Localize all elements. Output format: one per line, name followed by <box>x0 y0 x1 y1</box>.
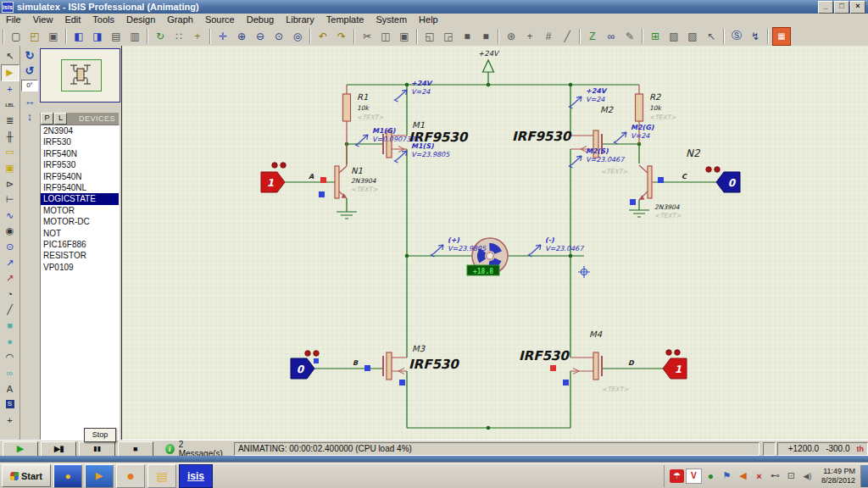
taskbar-clock[interactable]: 11:49 PM 8/28/2012 <box>821 467 855 485</box>
pick-devices-button[interactable]: P <box>41 113 53 125</box>
error-tray-icon[interactable] <box>752 469 766 483</box>
2d-symbol-icon[interactable] <box>2 396 19 413</box>
property-assignment-icon[interactable] <box>621 28 638 45</box>
selection-mode-icon[interactable] <box>2 48 19 64</box>
wire-label-icon[interactable] <box>2 97 19 114</box>
goto-sheet-icon[interactable] <box>703 28 720 45</box>
menu-edit[interactable]: Edit <box>58 14 86 26</box>
firefox-icon[interactable] <box>116 464 145 488</box>
subcircuit-icon[interactable] <box>2 145 19 161</box>
antivirus-tray-icon[interactable] <box>670 469 684 483</box>
virtual-instruments-icon[interactable] <box>2 286 19 302</box>
export-section-icon[interactable] <box>89 28 106 45</box>
terminals-mode-icon[interactable] <box>2 176 19 192</box>
component-mode-icon[interactable] <box>1 64 19 82</box>
file-explorer-icon[interactable] <box>147 464 176 488</box>
import-section-icon[interactable] <box>70 28 87 45</box>
rotate-clockwise-icon[interactable]: ↻ <box>22 47 38 63</box>
action-center-tray-icon[interactable] <box>720 469 734 483</box>
zoom-in-icon[interactable] <box>233 28 250 45</box>
menu-library[interactable]: Library <box>280 14 320 26</box>
maximize-button[interactable]: □ <box>834 1 849 14</box>
pick-parts-icon[interactable] <box>503 28 520 45</box>
device-item[interactable]: MOTOR <box>41 205 119 216</box>
generator-mode-icon[interactable] <box>2 239 19 255</box>
power-plug-tray-icon[interactable] <box>768 469 782 483</box>
mirror-horizontal-icon[interactable]: ↔ <box>22 93 38 108</box>
device-item[interactable]: VP0109 <box>41 262 119 273</box>
menu-source[interactable]: Source <box>199 14 241 26</box>
2d-circle-icon[interactable] <box>2 334 19 350</box>
stop-button[interactable] <box>118 441 153 457</box>
false-origin-icon[interactable] <box>189 28 206 45</box>
media-player-icon[interactable] <box>85 464 114 488</box>
netlist-to-ares-icon[interactable] <box>772 27 791 46</box>
2d-line-icon[interactable] <box>2 302 19 319</box>
design-explorer-icon[interactable] <box>647 28 664 45</box>
security-app-icon[interactable] <box>53 464 82 488</box>
current-probe-icon[interactable] <box>2 270 19 286</box>
menu-file[interactable]: File <box>0 14 27 26</box>
device-item[interactable]: IRF9530 <box>41 159 119 170</box>
zoom-area-icon[interactable] <box>289 28 306 45</box>
electrical-check-icon[interactable] <box>747 28 764 45</box>
mirror-vertical-icon[interactable]: ↕ <box>22 108 38 124</box>
print-icon[interactable] <box>108 28 125 45</box>
text-script-icon[interactable] <box>2 113 19 129</box>
junction-dot-icon[interactable] <box>2 81 19 97</box>
audio-app-tray-icon[interactable] <box>736 469 750 483</box>
block-move-icon[interactable] <box>440 28 457 45</box>
play-button[interactable] <box>3 441 38 457</box>
decompose-icon[interactable] <box>559 28 576 45</box>
menu-debug[interactable]: Debug <box>241 14 280 26</box>
rotate-anticlockwise-icon[interactable]: ↺ <box>22 63 38 78</box>
pause-button[interactable] <box>79 441 114 457</box>
menu-template[interactable]: Template <box>320 14 370 26</box>
network-globe-tray-icon[interactable] <box>704 469 718 483</box>
buses-icon[interactable] <box>2 129 19 145</box>
save-design-icon[interactable] <box>45 28 62 45</box>
device-pins-icon[interactable] <box>2 191 19 208</box>
device-item[interactable]: MOTOR-DC <box>41 216 119 227</box>
open-design-icon[interactable] <box>26 28 43 45</box>
schematic-canvas[interactable]: +24V R1 10k <TEXT> R2 10k <TEXT> M1 IRF9… <box>121 46 868 440</box>
bill-of-materials-icon[interactable] <box>728 28 745 45</box>
marker-icon[interactable] <box>2 413 19 429</box>
device-item[interactable]: PIC16F886 <box>41 239 119 250</box>
block-rotate-icon[interactable] <box>459 28 476 45</box>
mark-output-area-icon[interactable] <box>126 28 143 45</box>
menu-help[interactable]: Help <box>413 14 444 26</box>
v-app-tray-icon[interactable] <box>686 469 702 484</box>
close-button[interactable]: × <box>850 1 865 14</box>
device-item[interactable]: IRF9540NL <box>41 182 119 193</box>
menu-graph[interactable]: Graph <box>161 14 199 26</box>
search-tag-icon[interactable] <box>603 28 620 45</box>
rotation-angle-field[interactable]: 0° <box>21 80 38 92</box>
paste-icon[interactable] <box>396 28 413 45</box>
toggle-grid-icon[interactable] <box>170 28 187 45</box>
menu-tools[interactable]: Tools <box>86 14 120 26</box>
lan-tray-icon[interactable] <box>784 469 798 483</box>
packaging-tool-icon[interactable] <box>540 28 557 45</box>
menu-design[interactable]: Design <box>120 14 161 26</box>
device-item[interactable]: NOT <box>41 228 119 239</box>
copy-icon[interactable] <box>377 28 394 45</box>
new-sheet-icon[interactable] <box>665 28 682 45</box>
device-item[interactable]: IRF9540N <box>41 171 119 182</box>
2d-path-icon[interactable] <box>2 365 19 381</box>
isis-taskbar-button[interactable]: isis <box>179 464 213 488</box>
block-delete-icon[interactable] <box>477 28 494 45</box>
device-item[interactable]: IRF530 <box>41 136 119 147</box>
2d-text-icon[interactable] <box>2 380 19 396</box>
device-icon[interactable] <box>2 160 19 176</box>
device-item-selected[interactable]: LOGICSTATE <box>41 193 119 204</box>
cut-icon[interactable] <box>359 28 376 45</box>
2d-box-icon[interactable] <box>2 318 19 334</box>
pan-icon[interactable] <box>214 28 231 45</box>
device-item[interactable]: RESISTOR <box>41 250 119 261</box>
wire-autorouter-icon[interactable] <box>584 28 601 45</box>
message-info-icon[interactable]: i <box>165 444 175 454</box>
new-design-icon[interactable] <box>8 28 25 45</box>
show-desktop-button[interactable] <box>860 465 868 487</box>
block-copy-icon[interactable] <box>421 28 438 45</box>
